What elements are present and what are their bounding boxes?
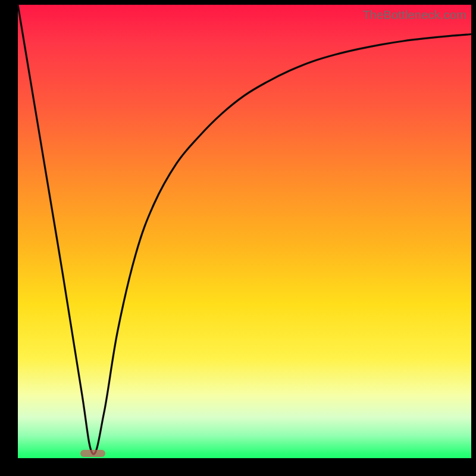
plot-area: TheBottleneck.com (18, 5, 471, 458)
chart-frame: TheBottleneck.com (0, 0, 476, 476)
optimal-marker (80, 450, 105, 457)
bottleneck-curve (18, 5, 471, 458)
